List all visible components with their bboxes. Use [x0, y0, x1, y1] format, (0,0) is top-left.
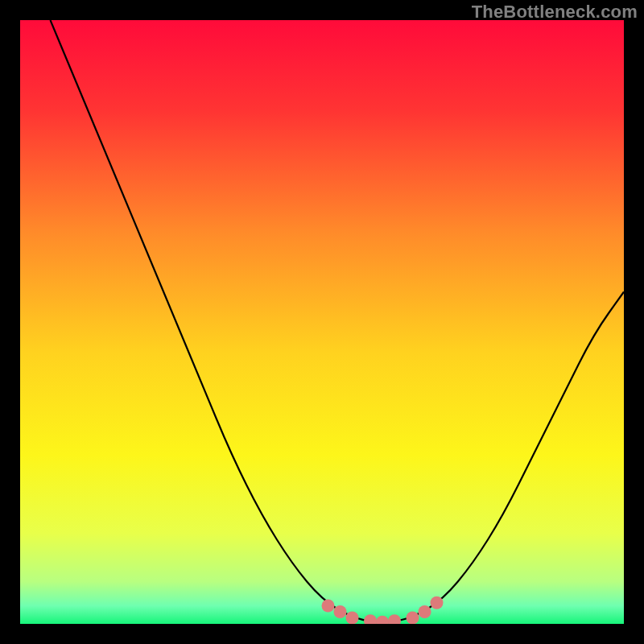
marker-dot	[346, 612, 359, 625]
marker-dot	[334, 605, 347, 618]
gradient-background	[20, 20, 624, 624]
marker-dot	[431, 597, 444, 609]
marker-dot	[419, 605, 431, 618]
marker-dot	[407, 612, 419, 625]
chart-container: TheBottleneck.com	[0, 0, 644, 644]
plot-area	[20, 20, 624, 624]
chart-svg	[20, 20, 624, 624]
marker-dot	[322, 600, 335, 613]
